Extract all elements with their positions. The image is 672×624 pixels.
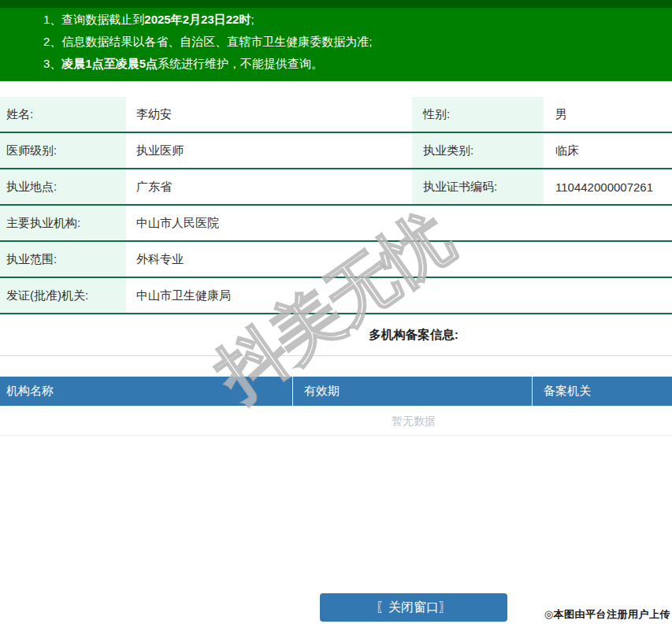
records-table-header: 机构名称 有效期 备案机关 <box>0 377 672 406</box>
field-label-practice-location: 执业地点: <box>0 169 126 204</box>
notice-line-2-num: 2、 <box>43 35 61 48</box>
field-value-issuing-authority: 中山市卫生健康局 <box>126 278 672 313</box>
table-row: 执业地点: 广东省 执业证书编码: 110442000007261 <box>0 169 672 206</box>
notice-banner: 1、查询数据截止到2025年2月23日22时; 2、信息数据结果以各省、自治区、… <box>0 0 672 81</box>
multi-institution-section-title: 多机构备案信息: <box>0 325 672 344</box>
field-value-gender: 男 <box>544 97 672 132</box>
table-row: 医师级别: 执业医师 执业类别: 临床 <box>0 133 672 169</box>
doctor-info-table: 姓名: 李幼安 性别: 男 医师级别: 执业医师 执业类别: 临床 执业地点: … <box>0 97 672 314</box>
notice-line-1-post: ; <box>251 13 254 26</box>
field-label-certificate-number: 执业证书编码: <box>412 169 544 204</box>
notice-line-1-num: 1、 <box>43 13 61 26</box>
field-label-gender: 性别: <box>412 97 544 132</box>
table-row: 发证(批准)机关: 中山市卫生健康局 <box>0 278 672 314</box>
field-value-main-institution: 中山市人民医院 <box>126 206 672 240</box>
column-header-institution-name: 机构名称 <box>0 377 292 406</box>
field-label-doctor-level: 医师级别: <box>0 133 126 168</box>
notice-line-1: 1、查询数据截止到2025年2月23日22时; <box>43 9 672 31</box>
table-row: 姓名: 李幼安 性别: 男 <box>0 97 672 133</box>
notice-line-1-pre: 查询数据截止到 <box>61 13 144 26</box>
field-value-doctor-level: 执业医师 <box>126 133 412 168</box>
notice-line-3: 3、凌晨1点至凌晨5点系统进行维护，不能提供查询。 <box>43 53 672 75</box>
field-value-certificate-number: 110442000007261 <box>544 169 672 204</box>
notice-line-3-num: 3、 <box>43 57 61 70</box>
field-label-practice-scope: 执业范围: <box>0 242 126 277</box>
field-label-main-institution: 主要执业机构: <box>0 206 126 240</box>
field-label-practice-category: 执业类别: <box>412 133 544 168</box>
records-empty-placeholder: 暂无数据 <box>0 406 672 436</box>
field-value-practice-location: 广东省 <box>126 169 412 204</box>
notice-line-3-bold: 凌晨1点至凌晨5点 <box>61 57 158 70</box>
column-header-record-authority: 备案机关 <box>532 377 672 406</box>
field-label-issuing-authority: 发证(批准)机关: <box>0 278 126 313</box>
notice-line-1-bold: 2025年2月23日22时 <box>144 13 251 26</box>
table-row: 执业范围: 外科专业 <box>0 242 672 278</box>
upload-credit-text: ◎本图由平台注册用户上传 <box>544 607 670 622</box>
page: 1、查询数据截止到2025年2月23日22时; 2、信息数据结果以各省、自治区、… <box>0 0 672 622</box>
field-value-practice-scope: 外科专业 <box>126 242 672 277</box>
field-label-name: 姓名: <box>0 97 126 132</box>
notice-line-2: 2、信息数据结果以各省、自治区、直辖市卫生健康委数据为准; <box>43 31 672 53</box>
close-window-button[interactable]: 〖关闭窗口〗 <box>320 593 507 622</box>
field-value-practice-category: 临床 <box>544 133 672 168</box>
notice-line-3-post: 系统进行维护，不能提供查询。 <box>158 57 323 70</box>
section-divider <box>0 355 672 356</box>
notice-line-2-text: 信息数据结果以各省、自治区、直辖市卫生健康委数据为准; <box>61 35 372 48</box>
table-row: 主要执业机构: 中山市人民医院 <box>0 206 672 242</box>
column-header-validity-period: 有效期 <box>292 377 532 406</box>
field-value-name: 李幼安 <box>126 97 412 132</box>
